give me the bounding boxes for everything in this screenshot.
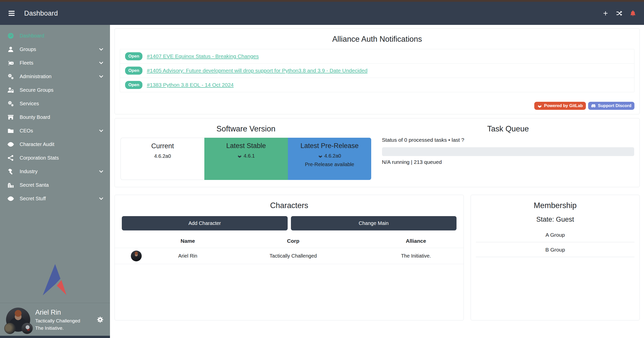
gifts-icon (7, 181, 14, 189)
gitlab-badge[interactable]: Powered by GitLab (534, 102, 586, 110)
topbar: Dashboard (0, 0, 644, 25)
notifications-footer: Powered by GitLab Support Discord (120, 102, 634, 110)
topbar-actions (602, 10, 636, 17)
gears-icon (7, 73, 14, 80)
switch-character-button[interactable] (616, 10, 622, 17)
sidebar-item-industry[interactable]: Industry (0, 165, 110, 178)
notification-row: Open #1405 Advisory: Future development … (120, 64, 634, 78)
gitlab-tanuki-icon (318, 154, 323, 158)
version-stable: Latest Stable 4.6.1 (204, 138, 288, 180)
change-main-button[interactable]: Change Main (291, 216, 457, 230)
notifications-list: Open #1407 EVE Equinox Status - Breaking… (120, 49, 634, 92)
version-current: Current 4.6.2a0 (121, 138, 204, 180)
sidebar-item-label: Secure Groups (20, 87, 54, 93)
eye-icon (7, 140, 14, 148)
sidebar-item-label: Character Audit (20, 141, 54, 147)
user-alliance: The Initiative. (35, 325, 80, 331)
characters-panel: Characters Add Character Change Main Nam… (115, 195, 464, 320)
add-character-button[interactable]: Add Character (122, 216, 288, 230)
membership-panel: Membership State: Guest A Group B Group (471, 195, 640, 320)
store-icon (7, 113, 14, 121)
version-prerelease: Latest Pre-Release 4.6.2a0 Pre-Release a… (288, 138, 371, 180)
status-badge: Open (125, 81, 142, 89)
task-queue-line: N/A running | 213 queued (382, 159, 634, 165)
user-avatar (6, 308, 30, 332)
sidebar-item-character-audit[interactable]: Character Audit (0, 137, 110, 151)
main-content: Alliance Auth Notifications Open #1407 E… (110, 25, 644, 338)
sidebar-bottom-strip (0, 336, 110, 338)
notification-row: Open #1383 Python 3.8 EOL - 14 Oct 2024 (120, 78, 634, 92)
sidebar-item-label: CEOs (20, 128, 33, 134)
add-button[interactable] (602, 10, 609, 17)
sidebar-item-label: Secret Stuff (20, 196, 46, 202)
character-name: Ariel Rin (158, 248, 218, 264)
column-header-alliance: Alliance (368, 235, 464, 248)
sidebar-item-label: Corporation Stats (20, 155, 59, 161)
user-settings-button[interactable] (96, 316, 104, 323)
share-icon (7, 154, 14, 162)
eye-icon (7, 195, 14, 202)
task-status-line: Status of 0 processed tasks • last ? (382, 137, 634, 143)
sidebar-item-label: Bounty Board (20, 114, 50, 120)
sidebar-item-fleets[interactable]: Fleets (0, 56, 110, 70)
sidebar-item-dashboard[interactable]: Dashboard (0, 29, 110, 42)
task-progress-bar (382, 147, 634, 156)
group-row: A Group (476, 227, 634, 242)
notification-link[interactable]: #1405 Advisory: Future development will … (147, 68, 367, 74)
character-alliance: The Initiative. (368, 248, 464, 264)
membership-title: Membership (471, 201, 639, 210)
software-version-section: Software Version Current 4.6.2a0 Latest … (115, 118, 377, 187)
sidebar-item-label: Services (20, 101, 39, 107)
sidebar-item-ceos[interactable]: CEOs (0, 124, 110, 137)
alliance-logo-badge (21, 323, 33, 334)
menu-toggle-button[interactable] (8, 9, 16, 17)
user-corp: Tactically Challenged (35, 318, 80, 324)
chevron-down-icon (98, 74, 104, 79)
user-name: Ariel Rin (35, 309, 80, 316)
discord-badge[interactable]: Support Discord (588, 102, 634, 110)
sidebar-item-services[interactable]: Services (0, 97, 110, 110)
sidebar-item-secret-stuff[interactable]: Secret Stuff (0, 192, 110, 205)
notification-link[interactable]: #1383 Python 3.8 EOL - 14 Oct 2024 (147, 82, 234, 88)
sidebar-item-secret-santa[interactable]: Secret Santa (0, 178, 110, 192)
corp-logo-badge (4, 323, 16, 334)
column-header-portrait (115, 235, 158, 248)
sidebar-item-label: Fleets (20, 60, 33, 66)
notifications-title: Alliance Auth Notifications (115, 35, 639, 44)
notifications-button[interactable] (629, 10, 636, 17)
plus-icon (602, 10, 609, 17)
user-lock-icon (7, 86, 14, 94)
character-portrait (131, 251, 142, 261)
sidebar-item-label: Industry (20, 169, 37, 174)
hammer-icon (7, 168, 14, 175)
notification-link[interactable]: #1407 EVE Equinox Status - Breaking Chan… (147, 53, 259, 59)
status-badge: Open (125, 52, 142, 60)
characters-table: Name Corp Alliance Ariel Rin Tactically … (115, 235, 464, 264)
sidebar-item-administration[interactable]: Administration (0, 70, 110, 83)
sidebar-item-corporation-stats[interactable]: Corporation Stats (0, 151, 110, 165)
sidebar-item-groups[interactable]: Groups (0, 42, 110, 56)
gitlab-tanuki-icon (237, 154, 242, 158)
status-panel: Software Version Current 4.6.2a0 Latest … (115, 118, 640, 187)
shuffle-icon (616, 10, 622, 17)
software-version-title: Software Version (121, 124, 371, 133)
notification-row: Open #1407 EVE Equinox Status - Breaking… (120, 49, 634, 64)
version-box: Current 4.6.2a0 Latest Stable 4.6.1 (121, 138, 371, 180)
sidebar-item-label: Administration (20, 74, 52, 79)
chevron-down-icon (98, 60, 104, 66)
alliance-auth-logo (38, 263, 72, 297)
column-header-corp: Corp (218, 235, 368, 248)
sidebar-item-bounty-board[interactable]: Bounty Board (0, 110, 110, 124)
gear-icon (96, 316, 104, 323)
sidebar: Dashboard Groups Fleets Ad (0, 25, 110, 338)
status-badge: Open (125, 67, 142, 75)
task-queue-section: Task Queue Status of 0 processed tasks •… (377, 118, 640, 187)
task-queue-title: Task Queue (382, 124, 634, 133)
discord-icon (591, 104, 596, 108)
group-row: B Group (476, 242, 634, 257)
chevron-down-icon (98, 46, 104, 52)
sidebar-item-secure-groups[interactable]: Secure Groups (0, 83, 110, 97)
folder-icon (7, 127, 14, 134)
sidebar-menu: Dashboard Groups Fleets Ad (0, 25, 110, 205)
gears-icon (7, 100, 14, 107)
